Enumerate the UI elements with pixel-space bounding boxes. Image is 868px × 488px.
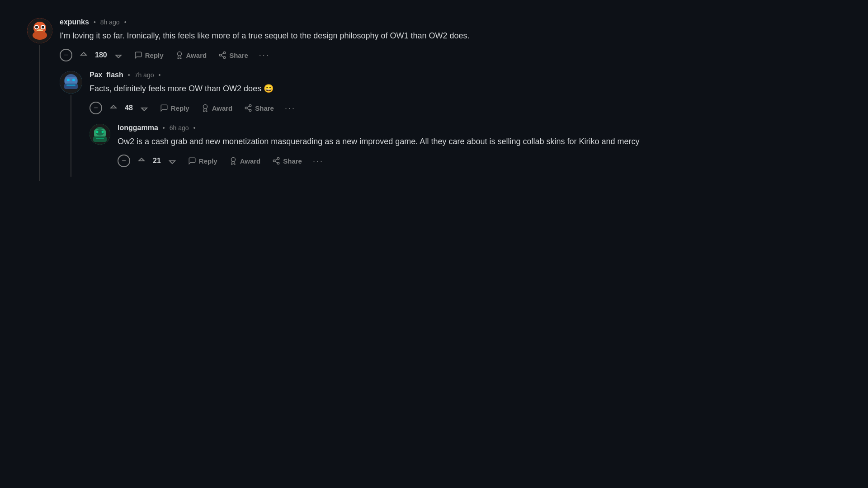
upvote-btn-2[interactable]	[105, 101, 122, 115]
more-btn-2[interactable]: ···	[281, 102, 299, 115]
svg-point-33	[102, 131, 104, 133]
reply-btn-1[interactable]: Reply	[130, 48, 168, 62]
timestamp-pax: 7h ago	[135, 71, 154, 79]
svg-point-36	[231, 158, 235, 162]
svg-line-41	[275, 159, 278, 160]
svg-rect-20	[64, 84, 78, 89]
comment-text-expunks: I'm loving it so far. Ironically, this f…	[60, 30, 651, 42]
upvote-btn-1[interactable]	[75, 48, 92, 62]
comment-longgamma-wrapper: longgamma • 6h ago • Ow2 is a cash grab …	[90, 124, 651, 172]
downvote-btn-2[interactable]	[136, 101, 153, 115]
svg-point-32	[96, 131, 99, 133]
pax-left	[60, 71, 82, 177]
vote-section-3: 21	[133, 154, 181, 168]
svg-line-13	[222, 56, 224, 57]
vote-count-3: 21	[153, 157, 161, 165]
vote-section-1: 180	[75, 48, 127, 62]
svg-point-25	[249, 109, 251, 112]
share-btn-1[interactable]: Share	[214, 48, 253, 62]
collapse-btn-3[interactable]: −	[118, 155, 130, 167]
reply-btn-2[interactable]: Reply	[156, 101, 194, 115]
share-btn-2[interactable]: Share	[240, 101, 278, 115]
svg-rect-34	[93, 136, 107, 142]
action-bar-longgamma: − 21	[118, 154, 651, 168]
vote-section-2: 48	[105, 101, 153, 115]
more-btn-3[interactable]: ···	[309, 155, 327, 168]
collapse-btn-2[interactable]: −	[90, 102, 102, 114]
comment-body-expunks: expunks • 8h ago • I'm loving it so far.…	[60, 18, 651, 181]
svg-line-14	[222, 53, 224, 55]
comment-text-longgamma: Ow2 is a cash grab and new monetization …	[118, 136, 651, 148]
award-btn-3[interactable]: Award	[225, 154, 265, 168]
thread-line-2	[71, 95, 71, 177]
award-btn-2[interactable]: Award	[197, 101, 237, 115]
timestamp-longgamma: 6h ago	[170, 124, 189, 131]
svg-point-22	[203, 105, 207, 109]
comment-text-pax: Facts, definitely feels more OW than OW2…	[90, 83, 651, 95]
comment-pax-wrapper: Pax_flash • 7h ago • Facts, definitely f…	[60, 71, 651, 177]
thread-line-1	[39, 45, 40, 181]
svg-point-23	[249, 105, 251, 107]
username-expunks: expunks	[60, 18, 89, 26]
username-longgamma: longgamma	[118, 124, 158, 132]
svg-rect-17	[65, 77, 77, 84]
svg-point-24	[245, 107, 247, 109]
vote-count-2: 48	[125, 104, 133, 112]
svg-point-37	[277, 158, 279, 160]
comment-expunks: expunks • 8h ago • I'm loving it so far.…	[27, 18, 651, 181]
svg-point-38	[273, 160, 275, 162]
award-btn-1[interactable]: Award	[171, 48, 212, 62]
avatar-expunks	[27, 18, 52, 43]
svg-point-12	[223, 56, 226, 59]
svg-point-11	[219, 54, 222, 56]
vote-count-1: 180	[95, 51, 107, 59]
svg-point-9	[177, 52, 181, 56]
svg-point-7	[33, 31, 47, 40]
reply-btn-3[interactable]: Reply	[184, 154, 222, 168]
svg-rect-21	[66, 84, 75, 86]
downvote-btn-3[interactable]	[164, 154, 181, 168]
username-pax: Pax_flash	[90, 71, 123, 79]
page-container: expunks • 8h ago • I'm loving it so far.…	[0, 0, 678, 204]
svg-point-39	[277, 162, 279, 164]
svg-point-5	[42, 26, 44, 28]
svg-rect-35	[96, 138, 104, 139]
comment-header-expunks: expunks • 8h ago •	[60, 18, 651, 26]
collapse-btn-1[interactable]: −	[60, 49, 72, 61]
comment-left-expunks	[27, 18, 52, 181]
share-btn-3[interactable]: Share	[268, 154, 307, 168]
action-bar-pax: − 48	[90, 101, 651, 115]
svg-line-27	[247, 106, 250, 108]
svg-line-40	[275, 161, 278, 163]
svg-point-4	[35, 26, 38, 28]
svg-point-18	[67, 79, 70, 81]
upvote-btn-3[interactable]	[133, 154, 150, 168]
action-bar-expunks: − 180	[60, 48, 651, 62]
svg-line-26	[247, 108, 250, 110]
downvote-btn-1[interactable]	[110, 48, 127, 62]
avatar-longgamma	[90, 124, 110, 145]
more-btn-1[interactable]: ···	[255, 49, 274, 62]
avatar-pax	[60, 71, 82, 94]
svg-point-19	[72, 79, 75, 81]
comment-header-longgamma: longgamma • 6h ago •	[118, 124, 651, 132]
comment-body-pax: Pax_flash • 7h ago • Facts, definitely f…	[90, 71, 651, 177]
timestamp-expunks: 8h ago	[100, 19, 120, 26]
comment-body-longgamma: longgamma • 6h ago • Ow2 is a cash grab …	[118, 124, 651, 172]
longgamma-left	[90, 124, 110, 172]
svg-point-10	[223, 52, 226, 54]
comment-header-pax: Pax_flash • 7h ago •	[90, 71, 651, 79]
